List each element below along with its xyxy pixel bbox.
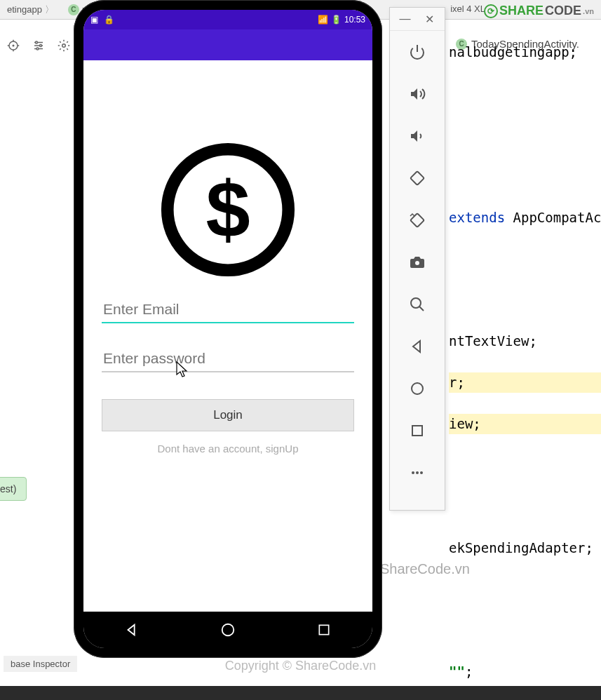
code-line	[449, 579, 601, 599]
back-button[interactable]	[390, 325, 445, 368]
more-button[interactable]	[390, 452, 445, 494]
zoom-button[interactable]	[390, 283, 445, 325]
gear-icon[interactable]	[58, 39, 70, 52]
code-line	[449, 620, 601, 640]
svg-point-16	[415, 261, 419, 265]
svg-rect-14	[410, 171, 424, 185]
code-line	[449, 497, 601, 517]
svg-point-22	[416, 471, 419, 474]
login-screen-body: $ Login Dont have an account, signUp	[83, 60, 372, 612]
svg-point-17	[411, 298, 421, 308]
emulator-control-toolbar: ― ✕	[389, 7, 445, 511]
svg-point-11	[36, 48, 39, 50]
code-line	[449, 290, 601, 310]
phone-device-frame: ▣ 🔒 📶 🔋 10:53 $	[74, 0, 382, 658]
rotate-right-button[interactable]	[390, 199, 445, 241]
window-controls: ― ✕	[390, 8, 445, 31]
overview-button[interactable]	[390, 410, 445, 452]
status-icon: ▣	[90, 15, 98, 25]
lock-icon: 🔒	[104, 15, 114, 25]
target-icon[interactable]	[7, 39, 20, 52]
breadcrumb-item[interactable]: etingapp 〉	[0, 4, 61, 16]
phone-screen: ▣ 🔒 📶 🔋 10:53 $	[83, 10, 372, 648]
code-line	[449, 166, 601, 187]
power-button[interactable]	[390, 31, 445, 73]
svg-rect-15	[410, 213, 424, 227]
code-line: ekSpendingAdapter;	[449, 538, 601, 558]
volume-up-button[interactable]	[390, 73, 445, 115]
code-line	[449, 248, 601, 269]
status-time: 10:53	[344, 15, 365, 25]
nav-home-button[interactable]	[219, 621, 237, 639]
svg-point-19	[412, 383, 423, 394]
copyright-footer: Copyright © ShareCode.vn	[0, 659, 601, 673]
svg-rect-27	[320, 625, 329, 634]
signal-icon: 📶	[318, 15, 328, 25]
ide-toolbar	[0, 35, 70, 56]
svg-rect-20	[412, 426, 422, 436]
device-selector-label[interactable]: ixel 4 XL	[450, 4, 485, 14]
logo-text-suffix: .vn	[583, 7, 594, 15]
code-line	[449, 83, 601, 104]
login-button[interactable]: Login	[102, 399, 354, 431]
volume-down-button[interactable]	[390, 115, 445, 157]
phone-notch	[200, 3, 256, 10]
nav-back-button[interactable]	[123, 621, 141, 639]
logo-text-part1: SHARE	[499, 4, 543, 18]
home-button[interactable]	[390, 368, 445, 410]
signup-link[interactable]: Dont have an account, signUp	[102, 443, 354, 455]
status-bar-dark	[0, 686, 601, 700]
code-line: r;	[449, 372, 601, 393]
code-line: extends AppCompatAct	[449, 208, 601, 228]
app-toolbar	[83, 29, 372, 60]
email-input[interactable]	[102, 294, 354, 323]
svg-point-12	[62, 44, 66, 48]
minimize-button[interactable]: ―	[398, 12, 412, 26]
battery-icon: 🔋	[331, 15, 342, 25]
sharecode-icon: ⟳	[484, 4, 498, 18]
svg-point-23	[420, 471, 423, 474]
svg-point-10	[40, 45, 42, 47]
svg-line-18	[419, 307, 424, 311]
svg-text:$: $	[205, 165, 250, 254]
svg-point-9	[36, 41, 38, 43]
login-form: Login Dont have an account, signUp	[102, 294, 354, 455]
code-line: iew;	[449, 414, 601, 434]
class-file-icon: C	[68, 4, 79, 15]
svg-point-1	[13, 45, 14, 46]
breadcrumb-label: etingapp	[7, 4, 42, 15]
nav-overview-button[interactable]	[315, 621, 333, 639]
settings-icon[interactable]	[32, 39, 45, 52]
svg-point-21	[412, 471, 414, 474]
code-line: ntTextView;	[449, 331, 601, 351]
svg-point-26	[222, 624, 234, 636]
code-line: nalbudgetingapp;	[449, 42, 601, 62]
app-logo-dollar-icon: $	[159, 141, 297, 278]
chevron-right-icon: 〉	[45, 4, 54, 16]
rotate-left-button[interactable]	[390, 157, 445, 199]
android-nav-bar	[83, 612, 372, 648]
sharecode-watermark-logo: ⟳ SHARECODE.vn	[484, 4, 594, 18]
code-line	[449, 125, 601, 145]
android-status-bar: ▣ 🔒 📶 🔋 10:53	[83, 10, 372, 29]
code-line	[449, 455, 601, 476]
close-button[interactable]: ✕	[423, 12, 437, 26]
password-input[interactable]	[102, 343, 354, 372]
run-status-panel[interactable]: est)	[0, 477, 27, 501]
camera-button[interactable]	[390, 241, 445, 283]
logo-text-part2: CODE	[545, 4, 581, 18]
